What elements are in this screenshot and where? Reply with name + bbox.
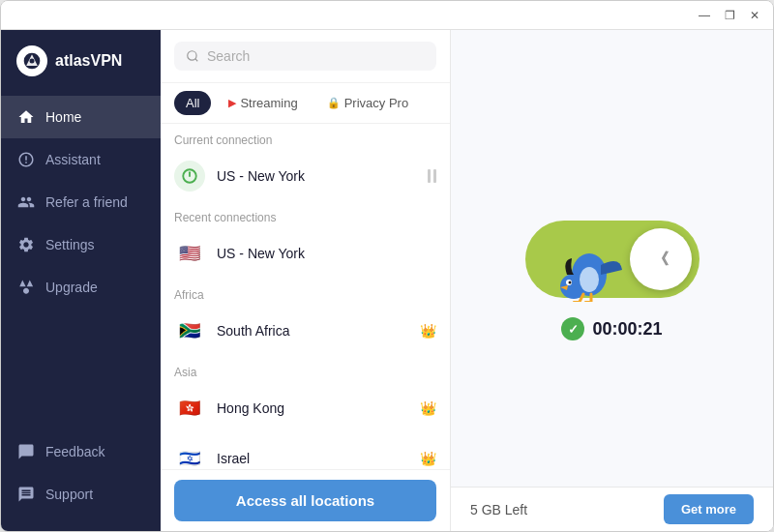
middle-panel: All ▶ Streaming 🔒 Privacy Pro Current co… — [161, 30, 451, 531]
sidebar-item-assistant-label: Assistant — [45, 152, 101, 167]
flag-israel: 🇮🇱 — [174, 443, 205, 469]
support-icon — [16, 485, 36, 504]
sidebar-item-feedback-label: Feedback — [45, 444, 104, 459]
location-name-south-africa: South Africa — [217, 323, 416, 339]
sidebar-nav: Home Assistant R — [1, 96, 161, 430]
minimize-button[interactable]: — — [696, 7, 713, 24]
region-asia-label: Asia — [161, 356, 450, 383]
recent-connection-item-0[interactable]: 🇺🇸 US - New York — [161, 228, 450, 279]
toggle-knob[interactable]: 《 — [630, 228, 692, 290]
assistant-icon — [16, 150, 36, 169]
locations-list: Current connection US - New York — [161, 124, 450, 469]
title-bar: — ❐ ✕ — [1, 1, 773, 30]
right-panel: 《 ✓ 00:00:21 5 GB Left Get more — [451, 30, 773, 531]
sidebar-item-upgrade[interactable]: Upgrade — [1, 266, 161, 309]
recent-connections-label: Recent connections — [161, 201, 450, 228]
sidebar-item-feedback[interactable]: Feedback — [1, 430, 161, 473]
close-button[interactable]: ✕ — [746, 7, 763, 24]
svg-point-1 — [30, 59, 35, 64]
location-item-hong-kong[interactable]: 🇭🇰 Hong Kong 👑 — [161, 383, 450, 433]
timer-check-icon: ✓ — [561, 317, 584, 340]
recent-flag-0: 🇺🇸 — [174, 238, 205, 269]
search-input[interactable] — [207, 48, 425, 64]
pause-button[interactable] — [428, 169, 436, 183]
access-btn-wrap: Access all locations — [161, 469, 450, 531]
sidebar-item-settings[interactable]: Settings — [1, 223, 161, 266]
search-input-wrap[interactable] — [174, 42, 436, 71]
chevron-left-icon: 《 — [653, 250, 669, 270]
current-connection-name: US - New York — [217, 168, 428, 184]
sidebar-item-settings-label: Settings — [45, 237, 95, 252]
location-item-south-africa[interactable]: 🇿🇦 South Africa 👑 — [161, 306, 450, 356]
access-all-locations-button[interactable]: Access all locations — [174, 480, 436, 521]
sidebar-bottom: Feedback Support — [1, 430, 161, 516]
sidebar-item-refer-label: Refer a friend — [45, 194, 128, 210]
sidebar-item-assistant[interactable]: Assistant — [1, 138, 161, 181]
location-name-hong-kong: Hong Kong — [217, 400, 416, 416]
pause-bar-1 — [428, 169, 431, 183]
tab-streaming-label: Streaming — [240, 96, 297, 110]
vpn-toggle-area: 《 ✓ 00:00:21 — [525, 221, 700, 340]
sidebar-item-home[interactable]: Home — [1, 96, 161, 138]
filter-tabs: All ▶ Streaming 🔒 Privacy Pro — [161, 83, 450, 124]
home-icon — [16, 107, 36, 127]
power-icon — [181, 167, 198, 185]
current-connection-icon — [174, 161, 205, 192]
gb-left-text: 5 GB Left — [470, 502, 527, 517]
svg-point-6 — [580, 267, 599, 292]
flag-south-africa: 🇿🇦 — [174, 315, 205, 346]
vpn-toggle-switch[interactable]: 《 — [525, 221, 700, 298]
flag-hong-kong: 🇭🇰 — [174, 393, 205, 424]
tab-privacy-pro-label: Privacy Pro — [344, 96, 408, 110]
crown-israel: 👑 — [420, 451, 436, 466]
right-panel-footer: 5 GB Left Get more — [451, 487, 773, 531]
mascot-image — [552, 217, 630, 302]
sidebar-item-support-label: Support — [45, 487, 93, 502]
location-name-israel: Israel — [217, 451, 416, 466]
sidebar-item-home-label: Home — [45, 109, 81, 125]
refer-icon — [16, 192, 36, 212]
tab-all-label: All — [186, 96, 199, 110]
current-connection-label: Current connection — [161, 124, 450, 151]
settings-icon — [16, 235, 36, 254]
svg-point-8 — [568, 281, 571, 284]
main-content: atlasVPN Home — [1, 30, 773, 531]
atlas-vpn-icon — [22, 51, 42, 71]
privacy-pro-icon: 🔒 — [327, 97, 341, 109]
maximize-button[interactable]: ❐ — [721, 7, 738, 24]
search-bar — [161, 30, 450, 83]
region-africa-label: Africa — [161, 279, 450, 306]
sidebar-item-support[interactable]: Support — [1, 473, 161, 516]
get-more-button[interactable]: Get more — [664, 494, 754, 524]
sidebar: atlasVPN Home — [1, 30, 161, 531]
crown-hong-kong: 👑 — [420, 400, 436, 416]
sidebar-item-refer[interactable]: Refer a friend — [1, 181, 161, 223]
tab-privacy-pro[interactable]: 🔒 Privacy Pro — [315, 91, 420, 115]
tab-all[interactable]: All — [174, 91, 211, 115]
pause-bar-2 — [433, 169, 436, 183]
sidebar-logo: atlasVPN — [1, 45, 161, 96]
current-connection-item[interactable]: US - New York — [161, 151, 450, 201]
tab-streaming[interactable]: ▶ Streaming — [217, 91, 309, 115]
feedback-icon — [16, 442, 36, 461]
sidebar-item-upgrade-label: Upgrade — [45, 280, 98, 295]
svg-point-2 — [188, 51, 196, 60]
app-name-text: atlasVPN — [55, 52, 122, 70]
timer-display: ✓ 00:00:21 — [561, 317, 662, 340]
app-window: — ❐ ✕ atlasVPN — [0, 0, 774, 532]
upgrade-icon — [16, 278, 36, 297]
streaming-icon: ▶ — [228, 97, 236, 109]
search-icon — [186, 49, 199, 63]
location-item-israel[interactable]: 🇮🇱 Israel 👑 — [161, 433, 450, 469]
timer-value: 00:00:21 — [592, 319, 662, 340]
recent-location-name-0: US - New York — [217, 246, 436, 261]
crown-south-africa: 👑 — [420, 323, 436, 339]
app-logo-icon — [16, 45, 47, 76]
